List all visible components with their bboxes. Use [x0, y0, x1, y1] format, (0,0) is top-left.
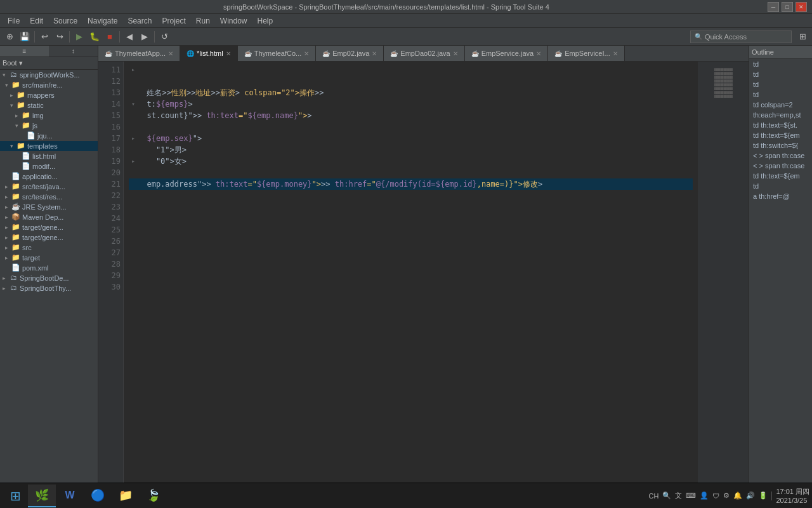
- tree-item[interactable]: ▸📦Maven Dep...: [0, 212, 98, 222]
- outline-item[interactable]: td th:text=${em: [749, 171, 812, 181]
- tab-close[interactable]: ✕: [613, 50, 618, 57]
- outline-item[interactable]: td: [749, 181, 812, 191]
- new-button[interactable]: ⊕: [3, 30, 16, 44]
- tree-item[interactable]: ▸📁target/gene...: [0, 222, 98, 232]
- tab-close[interactable]: ✕: [453, 50, 458, 57]
- package-explorer-tab[interactable]: ≡: [0, 46, 49, 57]
- outline-item[interactable]: td th:text=${st.: [749, 120, 812, 130]
- refresh-button[interactable]: ↺: [157, 30, 171, 44]
- tree-item[interactable]: 📄list.html: [0, 151, 98, 161]
- menu-window[interactable]: Window: [215, 15, 252, 27]
- tree-item[interactable]: 📄applicatio...: [0, 171, 98, 182]
- fold-marker[interactable]: ▾: [129, 98, 138, 110]
- outline-item[interactable]: td: [749, 90, 812, 100]
- code-line: [129, 258, 693, 270]
- tree-item[interactable]: ▾📁static: [0, 100, 98, 110]
- tree-item[interactable]: ▾📁templates: [0, 141, 98, 151]
- start-button[interactable]: ⊞: [3, 485, 28, 507]
- code-editor[interactable]: 1112131415161718192021222324252627282930…: [98, 62, 749, 488]
- tree-item[interactable]: ▸📁target/gene...: [0, 232, 98, 243]
- quick-access-search[interactable]: 🔍 Quick Access: [690, 30, 792, 43]
- tree-icon: 🗂: [9, 274, 18, 283]
- menu-source[interactable]: Source: [48, 15, 82, 27]
- menu-edit[interactable]: Edit: [25, 15, 48, 27]
- outline-item[interactable]: < > span th:case: [749, 150, 812, 161]
- taskbar-sts4[interactable]: 🌿: [28, 485, 56, 507]
- taskbar-word[interactable]: W: [56, 485, 84, 507]
- tree-item[interactable]: ▸🗂SpringBootThy...: [0, 283, 98, 293]
- tree-item[interactable]: ▾🗂springBootWorkS...: [0, 70, 98, 80]
- tree-item[interactable]: ▸📁img: [0, 110, 98, 121]
- perspective-button[interactable]: ⊞: [796, 30, 809, 44]
- taskbar-explorer[interactable]: 📁: [112, 485, 140, 507]
- tree-item[interactable]: ▸📁mappers: [0, 90, 98, 100]
- menu-run[interactable]: Run: [191, 15, 215, 27]
- tab-close[interactable]: ✕: [168, 50, 173, 57]
- editor-tab-thymeleafapp[interactable]: ☕ThymeleafApp...✕: [98, 46, 180, 61]
- tree-item[interactable]: ▸📁src/test/java...: [0, 182, 98, 192]
- tab-close[interactable]: ✕: [372, 50, 377, 57]
- tab-close[interactable]: ✕: [536, 50, 541, 57]
- menu-bar: FileEditSourceNavigateSearchProjectRunWi…: [0, 14, 812, 28]
- tree-item[interactable]: ▾📁src/main/re...: [0, 80, 98, 90]
- outline-item[interactable]: td: [749, 59, 812, 69]
- undo-button[interactable]: ↩: [37, 30, 51, 44]
- stop-button[interactable]: ■: [103, 30, 117, 44]
- line-number: 28: [98, 258, 121, 270]
- fold-marker[interactable]: ▸: [129, 156, 138, 167]
- run-button[interactable]: ▶: [72, 30, 86, 44]
- outline-item[interactable]: < > span th:case: [749, 161, 812, 171]
- tree-label: templates: [27, 142, 58, 150]
- line-number: 30: [98, 281, 121, 293]
- editor-tab-thymeleafco[interactable]: ☕ThymeleafCo...✕: [238, 46, 317, 61]
- outline-item[interactable]: td colspan=2: [749, 100, 812, 110]
- tree-item[interactable]: 📄pom.xml: [0, 263, 98, 273]
- code-text: emp.address">> th:text="${emp.money}">>>…: [138, 178, 542, 190]
- code-text: "0">女>: [138, 156, 187, 167]
- outline-tab-left[interactable]: ↕: [49, 46, 98, 57]
- outline-item[interactable]: td th:text=${em: [749, 130, 812, 140]
- code-line: [129, 201, 693, 213]
- tree-label: static: [27, 102, 44, 109]
- outline-item[interactable]: td th:switch=${: [749, 140, 812, 150]
- forward-button[interactable]: ▶: [138, 30, 152, 44]
- tree-item[interactable]: ▸📁target: [0, 253, 98, 263]
- tree-item[interactable]: ▾📁js: [0, 121, 98, 131]
- tree-item[interactable]: 📄modif...: [0, 161, 98, 171]
- editor-tab-emp02java[interactable]: ☕Emp02.java✕: [316, 46, 384, 61]
- menu-project[interactable]: Project: [157, 15, 190, 27]
- menu-navigate[interactable]: Navigate: [82, 15, 122, 27]
- minimize-button[interactable]: ─: [768, 2, 779, 12]
- outline-item[interactable]: td: [749, 69, 812, 79]
- taskbar-app5[interactable]: 🍃: [140, 485, 167, 507]
- editor-tab-empdao02java[interactable]: ☕EmpDao02.java✕: [384, 46, 464, 61]
- taskbar-chrome[interactable]: 🔵: [84, 485, 112, 507]
- fold-marker: [129, 87, 138, 98]
- editor-tab-empservicei[interactable]: ☕EmpServiceI...✕: [548, 46, 625, 61]
- redo-button[interactable]: ↪: [53, 30, 67, 44]
- editor-tab-empservicejava[interactable]: ☕EmpService.java✕: [465, 46, 549, 61]
- outline-item[interactable]: td: [749, 79, 812, 90]
- editor-tab-listhtml[interactable]: 🌐*list.html✕: [180, 46, 238, 61]
- tree-item[interactable]: ▸🗂SpringBootDe...: [0, 273, 98, 283]
- code-content[interactable]: ▸ 姓名>>性别>>地址>>薪资> colspan="2">操作>>▾ t:${…: [124, 62, 698, 488]
- maximize-button[interactable]: □: [782, 2, 793, 12]
- save-button[interactable]: 💾: [18, 30, 32, 44]
- back-button[interactable]: ◀: [122, 30, 136, 44]
- tab-close[interactable]: ✕: [304, 50, 309, 57]
- tree-item[interactable]: ▸📁src/test/res...: [0, 192, 98, 202]
- line-number: 16: [98, 121, 121, 133]
- tree-item[interactable]: 📄jqu...: [0, 131, 98, 141]
- tree-item[interactable]: ▸📁src: [0, 243, 98, 253]
- close-button[interactable]: ✕: [796, 2, 807, 12]
- menu-search[interactable]: Search: [122, 15, 157, 27]
- menu-file[interactable]: File: [3, 15, 25, 27]
- outline-item[interactable]: th:each=emp,st: [749, 110, 812, 120]
- outline-item[interactable]: a th:href=@: [749, 191, 812, 201]
- menu-help[interactable]: Help: [252, 15, 278, 27]
- tree-item[interactable]: ▸☕JRE System...: [0, 202, 98, 212]
- debug-button[interactable]: 🐛: [88, 30, 102, 44]
- fold-marker[interactable]: ▸: [129, 133, 138, 144]
- fold-marker[interactable]: ▸: [129, 64, 138, 76]
- tab-close[interactable]: ✕: [226, 50, 231, 57]
